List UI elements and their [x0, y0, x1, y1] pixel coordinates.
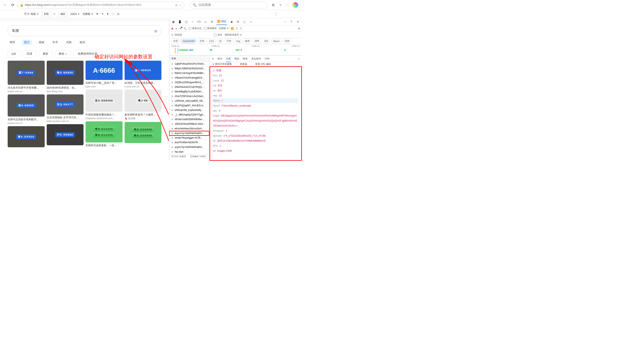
settings-icon[interactable]: ⚙ — [236, 20, 240, 23]
request-row[interactable]: 🗎async?q=%e8%bd%a6%... — [169, 145, 209, 150]
image-result[interactable]: 粤D B8888国内有8种车牌类型，你...auto.ifeng.com — [47, 61, 84, 93]
clear-icon[interactable]: ⊘ — [175, 27, 177, 30]
search-tab[interactable]: 学术 — [51, 40, 59, 45]
image-result[interactable]: 京A·D06088中国车牌都有哪些颜色？...chejiahao.autohom… — [86, 90, 122, 120]
help-icon[interactable]: ? — [290, 20, 294, 23]
image-result[interactable]: A·6666车牌号设计图__室外广告...nipic.com — [86, 61, 122, 88]
invert-checkbox[interactable]: 反转 — [214, 33, 222, 36]
more-filters[interactable]: 增加筛选条件 ▼ — [224, 33, 242, 36]
request-row[interactable]: 🗎hEqFKjQayMY_lHvLB2Lm... — [169, 103, 209, 108]
collections-icon[interactable]: ✧ — [278, 3, 282, 7]
image-result[interactable]: 冀T·I5888河北各市车牌号字母有哪...icauto.com.cn — [8, 61, 45, 93]
view-url-link[interactable]: 查看 URL 编码 — [255, 62, 271, 66]
search-tab[interactable]: 词典 — [65, 40, 73, 45]
request-row[interactable]: 🗎_t_-8f8XAaj0QXZDkYTjg0... — [169, 113, 209, 117]
payload-tab[interactable]: 负载 — [226, 57, 231, 62]
filter-chip[interactable]: 最新 — [39, 50, 52, 57]
image-result[interactable]: 浙A·66666车牌号忌讳的字母和数字...icauto.com.cn — [8, 94, 45, 125]
search-tab[interactable]: 航班 — [78, 40, 86, 45]
filter-chip[interactable]: 高清 — [23, 50, 36, 57]
back-button[interactable]: ← — [2, 2, 8, 8]
preserve-log-checkbox[interactable]: 保留日志 — [188, 27, 202, 30]
add-tab-icon[interactable]: + — [249, 20, 253, 23]
type-filter-other[interactable]: 其他 — [283, 39, 291, 44]
network-tab[interactable]: 📶 网络 — [216, 18, 227, 25]
type-filter-js[interactable]: JS — [217, 39, 224, 43]
request-row[interactable]: 🗎cNbseG2vlUH2ubvgjbDJt... — [169, 76, 209, 80]
dock-icon[interactable]: ◫ — [184, 20, 188, 23]
request-row[interactable]: 🗎JGmTj76FhGsk-L6oOi3ert... — [169, 94, 209, 99]
type-filter-doc[interactable]: 文档 — [198, 39, 206, 44]
image-result[interactable]: 渝A·999U9好消息，万年蓝底车牌将...k.sina.com.cn — [124, 61, 162, 88]
type-filter-font[interactable]: 字体 — [224, 39, 233, 44]
request-row[interactable]: 🗎eKvcHdnNwo1WcxoSioV... — [169, 126, 209, 131]
request-row[interactable]: 🗎RiM2LYxlUmgsPXExWiBH... — [169, 71, 209, 76]
more-icon[interactable]: ⋯ — [285, 3, 290, 7]
image-result[interactable]: 京Q·58A77北京车牌指标-太平洋汽车...baike.pcauto.com.… — [47, 94, 84, 123]
throttle-select[interactable]: 无限制 ▼ — [82, 12, 93, 16]
dimensions-label[interactable]: 尺寸: 响应 ▼ — [24, 12, 39, 16]
request-row[interactable]: 🗎MenM9pjf5y7ssiiItE9tDH... — [169, 89, 209, 94]
type-filter-media[interactable]: 媒体 — [243, 39, 252, 44]
request-row[interactable]: 🗎LDPtmbi_w4y1oa90D_hi6... — [169, 99, 209, 103]
network-timeline[interactable]: 2,000 ms4,000 ms6,000 ms8,000 ms — [169, 44, 302, 55]
dpr-select[interactable]: ▼ — [96, 12, 98, 15]
close-devtools-icon[interactable]: ✕ — [296, 20, 300, 23]
filter-toggle-icon[interactable]: ⚞ — [179, 27, 182, 30]
type-filter-css[interactable]: CSS — [207, 39, 216, 43]
filter-chip[interactable]: 免费使用和共享 — [74, 50, 101, 57]
width-input[interactable] — [42, 12, 51, 16]
request-row[interactable]: 🗎JZE03CR4sDP6BuS-O62i... — [169, 122, 209, 126]
console-icon[interactable]: ▭ — [204, 20, 208, 23]
search-tab[interactable]: 视频 — [38, 40, 46, 45]
inspect-icon[interactable]: ▣ — [171, 20, 175, 23]
type-filter-img[interactable]: Img — [234, 39, 242, 43]
type-filter-ws[interactable]: WS — [262, 39, 270, 43]
image-result[interactable]: 粤B·D12345粤B·D12345车牌样式或将更新，一块... — [86, 121, 122, 147]
image-result[interactable]: 粤J·99新车牌即将发布？小编带...🔖 新浪网 — [124, 90, 162, 120]
request-row[interactable]: 🗎wNhUjm3kl_kvyfrio44J6j... — [169, 108, 209, 113]
wifi-cond-icon[interactable]: 📶 — [231, 27, 234, 30]
sources-icon[interactable]: ✲ — [210, 20, 214, 23]
performance-icon[interactable]: ◉ — [230, 20, 234, 23]
device-menu-icon[interactable]: ⋮ — [274, 12, 278, 16]
application-icon[interactable]: ▢ — [242, 20, 246, 23]
request-row[interactable]: 🗎9MqrCXB0EVjVIRzDOArD... — [169, 66, 209, 71]
image-result[interactable]: 粤B·DS9999粤B·DS9999 — [124, 122, 162, 143]
record-icon[interactable]: ◉ — [171, 27, 173, 30]
filter-chip[interactable]: GIF — [8, 50, 20, 57]
request-row[interactable]: 🗎0NkXKkaVkOi7zqIYRQQ-... — [169, 85, 209, 89]
address-bar[interactable]: 🔒 https://cn.bing.com/images/search?q=车牌… — [17, 1, 184, 8]
view-source-link[interactable]: 查看源 — [240, 62, 247, 66]
request-row[interactable]: 🗎APn8x7aS6SDWhNRMw-... — [169, 117, 209, 122]
frame-icon[interactable]: ⊡ — [117, 12, 119, 15]
net-settings-icon[interactable]: ⚙ — [298, 27, 300, 30]
search-tab[interactable]: 图片 — [22, 40, 32, 45]
type-filter-all[interactable]: 全部 — [171, 39, 180, 44]
sidebar-search[interactable]: 🔍 点此搜索 — [190, 1, 268, 8]
filter-chip[interactable]: 颜色 ▼ — [55, 50, 71, 57]
type-filter-manifest[interactable]: 清单 — [253, 39, 261, 44]
extensions-icon[interactable]: ⊞ — [271, 3, 275, 7]
response-tab[interactable]: 响应 — [243, 57, 248, 60]
image-result[interactable]: 沪K R9888 — [47, 124, 84, 145]
image-result[interactable]: 青A·GP600 — [8, 126, 45, 147]
detail-more-icon[interactable]: » — [298, 57, 300, 60]
copilot-icon[interactable] — [292, 2, 298, 8]
initiator-tab[interactable]: 发起程序 — [251, 57, 261, 60]
disable-cache-checkbox[interactable]: 禁用缓存 — [204, 27, 217, 30]
request-row[interactable]: 🗎1q8dFV6GaFDrOFGTlHr0l... — [169, 62, 209, 66]
favorite-icon[interactable]: ☆ — [179, 3, 182, 7]
name-column-header[interactable]: 名称 — [169, 56, 209, 62]
request-row[interactable]: 🗎render?bnptrigger=%7B... — [169, 136, 209, 140]
throttle-net-select[interactable]: 无限制 ▼ — [219, 27, 229, 30]
devtools-more-icon[interactable]: ⋯ — [283, 20, 287, 23]
refresh-button[interactable]: ⟳ — [10, 2, 16, 8]
filter-input[interactable]: ⚞ 筛选器 — [171, 33, 212, 36]
device-toggle-icon[interactable]: 📱 — [178, 20, 182, 23]
search-tab[interactable]: 网页 — [8, 40, 16, 45]
height-input[interactable] — [58, 12, 68, 16]
headers-tab[interactable]: 标头 — [218, 57, 222, 60]
zoom-select[interactable]: 100% ▼ — [70, 12, 80, 15]
screenshot-icon[interactable]: ⬚ — [112, 12, 114, 15]
